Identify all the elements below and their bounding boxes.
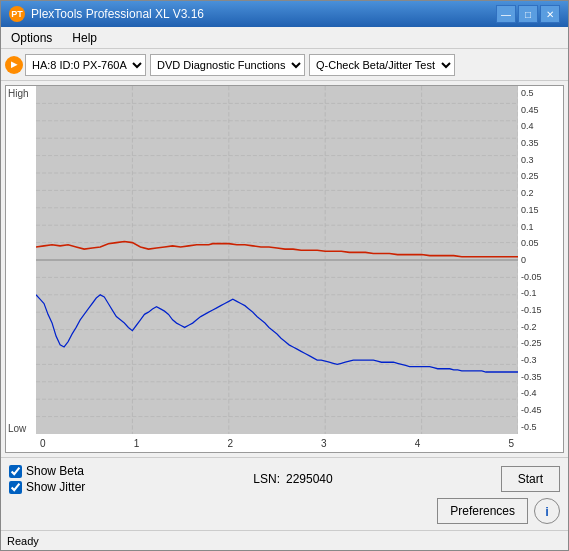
info-button[interactable]: i bbox=[534, 498, 560, 524]
app-icon: PT bbox=[9, 6, 25, 22]
right-axis: 0.5 0.45 0.4 0.35 0.3 0.25 0.2 0.15 0.1 … bbox=[519, 86, 563, 434]
title-bar: PT PlexTools Professional XL V3.16 — □ ✕ bbox=[1, 1, 568, 27]
bottom-row1: Show Beta Show Jitter LSN: 2295040 Start bbox=[9, 464, 560, 494]
test-select[interactable]: Q-Check Beta/Jitter Test bbox=[309, 54, 455, 76]
bottom-axis: 0 1 2 3 4 5 bbox=[36, 434, 518, 452]
lsn-area: LSN: 2295040 bbox=[253, 472, 332, 486]
chart-label-low: Low bbox=[8, 423, 26, 434]
function-select[interactable]: DVD Diagnostic Functions bbox=[150, 54, 305, 76]
preferences-button[interactable]: Preferences bbox=[437, 498, 528, 524]
start-button[interactable]: Start bbox=[501, 466, 560, 492]
show-beta-checkbox[interactable] bbox=[9, 465, 22, 478]
show-beta-label: Show Beta bbox=[26, 464, 84, 478]
chart-label-high: High bbox=[8, 88, 29, 99]
show-beta-row: Show Beta bbox=[9, 464, 85, 478]
drive-info: ▶ HA:8 ID:0 PX-760A bbox=[5, 54, 146, 76]
title-bar-left: PT PlexTools Professional XL V3.16 bbox=[9, 6, 204, 22]
bottom-panel: Show Beta Show Jitter LSN: 2295040 Start… bbox=[1, 457, 568, 530]
status-bar: Ready bbox=[1, 530, 568, 550]
maximize-button[interactable]: □ bbox=[518, 5, 538, 23]
title-buttons: — □ ✕ bbox=[496, 5, 560, 23]
drive-select[interactable]: HA:8 ID:0 PX-760A bbox=[25, 54, 146, 76]
chart-area: High Low bbox=[5, 85, 564, 453]
lsn-value: 2295040 bbox=[286, 472, 333, 486]
window-title: PlexTools Professional XL V3.16 bbox=[31, 7, 204, 21]
main-window: PT PlexTools Professional XL V3.16 — □ ✕… bbox=[0, 0, 569, 551]
status-text: Ready bbox=[7, 535, 39, 547]
show-jitter-row: Show Jitter bbox=[9, 480, 85, 494]
show-jitter-checkbox[interactable] bbox=[9, 481, 22, 494]
menu-bar: Options Help bbox=[1, 27, 568, 49]
menu-options[interactable]: Options bbox=[5, 29, 58, 47]
chart-svg bbox=[36, 86, 518, 434]
minimize-button[interactable]: — bbox=[496, 5, 516, 23]
close-button[interactable]: ✕ bbox=[540, 5, 560, 23]
checkboxes: Show Beta Show Jitter bbox=[9, 464, 85, 494]
show-jitter-label: Show Jitter bbox=[26, 480, 85, 494]
lsn-label: LSN: bbox=[253, 472, 280, 486]
drive-icon: ▶ bbox=[5, 56, 23, 74]
toolbar: ▶ HA:8 ID:0 PX-760A DVD Diagnostic Funct… bbox=[1, 49, 568, 81]
bottom-row2: Preferences i bbox=[9, 498, 560, 524]
chart-canvas bbox=[36, 86, 518, 434]
menu-help[interactable]: Help bbox=[66, 29, 103, 47]
